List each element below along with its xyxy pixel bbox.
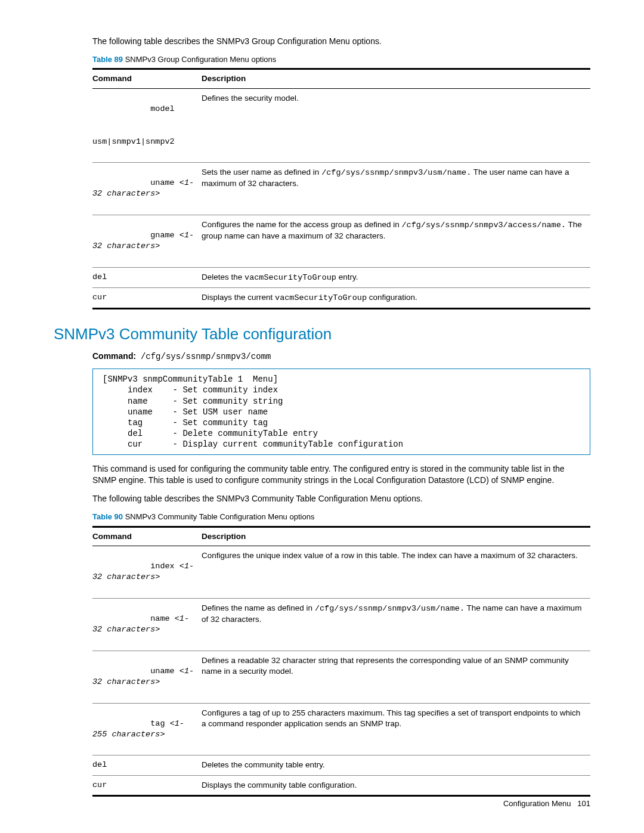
cmd-text: del — [92, 267, 202, 287]
para-table90-intro: The following table describes the SNMPv3… — [92, 493, 590, 504]
command-label: Command: — [92, 351, 136, 361]
table-row: tag <1-255 characters> Configures a tag … — [92, 703, 590, 755]
para-after-code: This command is used for configuring the… — [92, 463, 590, 486]
table-90-caption-num: Table 90 — [92, 512, 123, 521]
table-row: gname <1-32 characters> Configures the n… — [92, 215, 590, 267]
cell-desc: Defines the name as defined in /cfg/sys/… — [202, 598, 590, 651]
desc-code: /cfg/sys/ssnmp/snmpv3/usm/name. — [321, 168, 471, 177]
para-intro: The following table describes the SNMPv3… — [92, 36, 590, 47]
table-row: model usm|snmpv1|snmpv2 Defines the secu… — [92, 88, 590, 162]
cmd-text: del — [92, 755, 202, 775]
command-line: Command: /cfg/sys/ssnmp/snmpv3/comm — [92, 351, 590, 363]
table-89-caption-text: SNMPv3 Group Configuration Menu options — [125, 55, 277, 64]
page-footer: Configuration Menu 101 — [503, 798, 590, 809]
cell-desc: Configures the unique index value of a r… — [202, 546, 590, 598]
cell-desc: Deletes the vacmSecurityToGroup entry. — [202, 267, 590, 287]
cmd-text: gname — [150, 231, 179, 240]
table-row: cur Displays the community table configu… — [92, 775, 590, 795]
footer-page: 101 — [577, 799, 590, 808]
cmd-text: cur — [92, 287, 202, 308]
table-89-head-cmd: Command — [92, 69, 202, 88]
cmd-text: cur — [92, 775, 202, 795]
table-90-caption-text: SNMPv3 Community Table Configuration Men… — [125, 512, 315, 521]
table-row: uname <1-32 characters> Sets the user na… — [92, 162, 590, 215]
cell-desc: Deletes the community table entry. — [202, 755, 590, 775]
cell-desc: Displays the current vacmSecurityToGroup… — [202, 287, 590, 308]
cmd-arg: <1-32 characters> — [92, 614, 189, 634]
table-89-caption: Table 89 SNMPv3 Group Configuration Menu… — [92, 54, 590, 65]
table-row: name <1-32 characters> Defines the name … — [92, 598, 590, 651]
cell-desc: Defines a readable 32 character string t… — [202, 651, 590, 703]
desc-pre: Defines the name as defined in — [202, 603, 315, 612]
desc-post: configuration. — [367, 293, 417, 302]
footer-text: Configuration Menu — [503, 799, 571, 808]
table-89-head-desc: Description — [202, 69, 590, 88]
desc-code: /cfg/sys/ssnmp/snmpv3/access/name. — [401, 221, 565, 230]
cmd-text: model — [150, 104, 175, 113]
table-row: uname <1-32 characters> Defines a readab… — [92, 651, 590, 703]
desc-code: /cfg/sys/ssnmp/snmpv3/usm/name. — [315, 604, 465, 613]
table-89: Command Description model usm|snmpv1|snm… — [92, 68, 590, 309]
cmd-text: index — [150, 562, 179, 571]
table-row: del Deletes the community table entry. — [92, 755, 590, 775]
cmd-text: uname — [150, 667, 179, 676]
intro-block: The following table describes the SNMPv3… — [92, 36, 590, 309]
cmd-text: usm|snmpv1|snmpv2 — [92, 137, 175, 146]
table-row: del Deletes the vacmSecurityToGroup entr… — [92, 267, 590, 287]
table-row: index <1-32 characters> Configures the u… — [92, 546, 590, 598]
desc-pre: Sets the user name as defined in — [202, 168, 321, 176]
document-page: The following table describes the SNMPv3… — [0, 0, 644, 833]
section-body: Command: /cfg/sys/ssnmp/snmpv3/comm [SNM… — [92, 351, 590, 797]
command-path: /cfg/sys/ssnmp/snmpv3/comm — [141, 352, 271, 361]
table-90-caption: Table 90 SNMPv3 Community Table Configur… — [92, 512, 590, 522]
desc-post: entry. — [336, 272, 358, 281]
cmd-text: tag — [150, 719, 169, 728]
table-89-caption-num: Table 89 — [92, 55, 123, 64]
cmd-text: name — [150, 614, 175, 623]
code-box: [SNMPv3 snmpCommunityTable 1 Menu] index… — [92, 368, 590, 455]
desc-pre: Deletes the — [202, 272, 244, 281]
cell-desc: Configures the name for the access group… — [202, 215, 590, 267]
section-heading: SNMPv3 Community Table configuration — [54, 324, 590, 345]
cell-desc: Displays the community table configurati… — [202, 775, 590, 795]
cmd-arg: <1-255 characters> — [92, 719, 184, 739]
desc-code: vacmSecurityToGroup — [275, 293, 367, 302]
cell-desc: Configures a tag of up to 255 characters… — [202, 703, 590, 755]
table-90-head-cmd: Command — [92, 527, 202, 546]
desc-code: vacmSecurityToGroup — [244, 273, 336, 282]
table-90-head-desc: Description — [202, 527, 590, 546]
cell-desc: Sets the user name as defined in /cfg/sy… — [202, 162, 590, 215]
table-row: cur Displays the current vacmSecurityToG… — [92, 287, 590, 308]
table-90: Command Description index <1-32 characte… — [92, 526, 590, 797]
desc-pre: Displays the current — [202, 293, 275, 302]
cell-desc: Defines the security model. — [202, 88, 590, 162]
cmd-text: uname — [150, 178, 179, 187]
desc-pre: Configures the name for the access group… — [202, 220, 401, 229]
